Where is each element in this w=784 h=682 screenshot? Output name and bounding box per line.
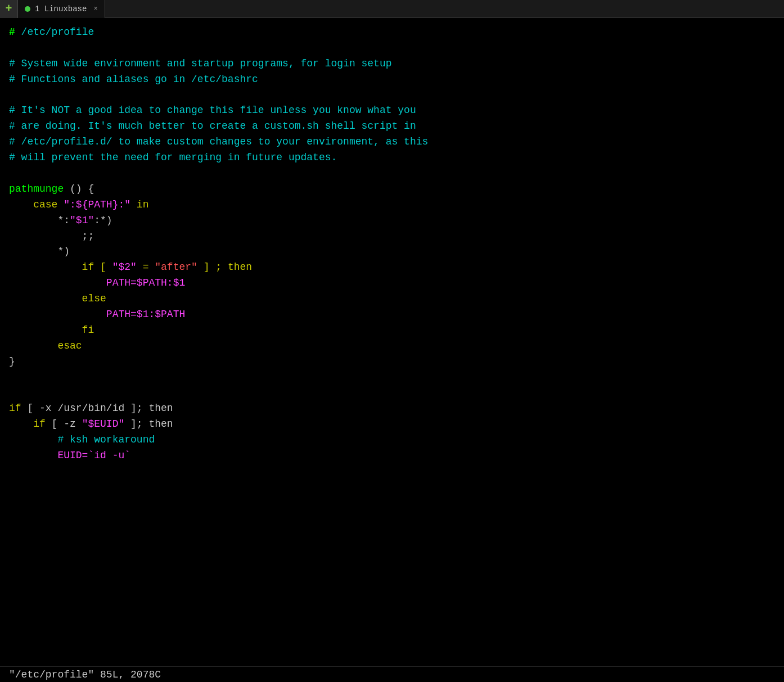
token: EUID= <box>9 450 88 461</box>
token: () { <box>64 183 94 195</box>
editor-line: case ":${PATH}:" in <box>9 197 775 213</box>
token: "after" <box>155 261 197 273</box>
token: else <box>9 293 106 304</box>
editor-line: PATH=$PATH:$1 <box>9 275 775 291</box>
token: $1:$PATH <box>137 309 185 320</box>
editor-line: else <box>9 291 775 307</box>
editor-line <box>9 370 775 386</box>
editor-line: # It's NOT a good idea to change this fi… <box>9 103 775 119</box>
token: [ -x /usr/bin/id ]; then <box>21 403 173 414</box>
editor-line: # are doing. It's much better to create … <box>9 119 775 134</box>
token: $PATH:$1 <box>137 277 185 288</box>
code-editor[interactable]: # /etc/profile # System wide environment… <box>0 18 784 666</box>
token: "$1" <box>70 215 94 226</box>
tab-label: 1 Linuxbase <box>35 4 87 13</box>
token: *: <box>9 215 70 226</box>
tab-status-dot <box>25 6 30 12</box>
token: "$EUID" <box>82 418 125 430</box>
editor-line: PATH=$1:$PATH <box>9 307 775 323</box>
plus-icon: + <box>5 3 12 15</box>
editor-line: # System wide environment and startup pr… <box>9 56 775 72</box>
token: ;; <box>9 231 94 242</box>
token: } <box>9 356 15 367</box>
status-text: "/etc/profile" 85L, 2078C <box>9 669 161 680</box>
editor-line: if [ "$2" = "after" ] ; then <box>9 260 775 275</box>
token: esac <box>9 340 82 351</box>
token: # Functions and aliases go in /etc/bashr… <box>9 74 258 85</box>
editor-line: pathmunge () { <box>9 182 775 197</box>
token: :*) <box>94 215 112 226</box>
token: fi <box>9 324 94 336</box>
tab-bar: + 1 Linuxbase × <box>0 0 784 18</box>
token: # /etc/profile.d/ to make custom changes… <box>9 136 428 147</box>
editor-line: if [ -x /usr/bin/id ]; then <box>9 401 775 417</box>
editor-line: fi <box>9 323 775 338</box>
token: :${PATH}: <box>70 199 124 210</box>
editor-line: EUID=`id -u` <box>9 448 775 464</box>
tab-close-button[interactable]: × <box>93 5 97 13</box>
token: in <box>130 199 148 210</box>
token: /etc/profile <box>15 26 94 38</box>
token: ]; then <box>124 418 173 430</box>
token: " <box>124 199 130 210</box>
token: PATH= <box>9 277 137 288</box>
editor-line <box>9 166 775 182</box>
editor-line: *) <box>9 244 775 260</box>
editor-line <box>9 385 775 401</box>
token: # will prevent the need for merging in f… <box>9 152 337 163</box>
editor-line: # /etc/profile <box>9 25 775 40</box>
token: # It's NOT a good idea to change this fi… <box>9 105 416 116</box>
editor-line: *:"$1":*) <box>9 213 775 229</box>
editor-line: # will prevent the need for merging in f… <box>9 150 775 166</box>
editor-line: # Functions and aliases go in /etc/bashr… <box>9 72 775 88</box>
editor-line: if [ -z "$EUID" ]; then <box>9 417 775 432</box>
editor-line <box>9 88 775 103</box>
token: "$2" <box>112 261 137 273</box>
token: `id -u` <box>88 450 130 461</box>
editor-line: esac <box>9 338 775 354</box>
editor-line: ;; <box>9 229 775 245</box>
editor-line: # /etc/profile.d/ to make custom changes… <box>9 134 775 150</box>
token: case <box>9 199 64 210</box>
token: ] ; then <box>197 261 252 273</box>
editor-line <box>9 40 775 56</box>
token: " <box>64 199 70 210</box>
new-tab-button[interactable]: + <box>0 0 18 18</box>
token: if <box>9 403 21 414</box>
token: [ -z <box>46 418 82 430</box>
token: pathmunge <box>9 183 64 195</box>
tab-linuxbase[interactable]: 1 Linuxbase × <box>18 0 105 18</box>
editor-line: # ksh workaround <box>9 432 775 448</box>
token: # ksh workaround <box>9 434 155 445</box>
token: # are doing. It's much better to create … <box>9 120 416 132</box>
token: if [ <box>9 261 112 273</box>
token: = <box>137 261 155 273</box>
token: # System wide environment and startup pr… <box>9 58 392 69</box>
token: *) <box>9 246 70 257</box>
token: PATH= <box>9 309 137 320</box>
editor-line: } <box>9 354 775 370</box>
line-gutter-hash: # <box>9 26 15 38</box>
token: if <box>9 418 46 430</box>
status-bar: "/etc/profile" 85L, 2078C <box>0 666 784 682</box>
